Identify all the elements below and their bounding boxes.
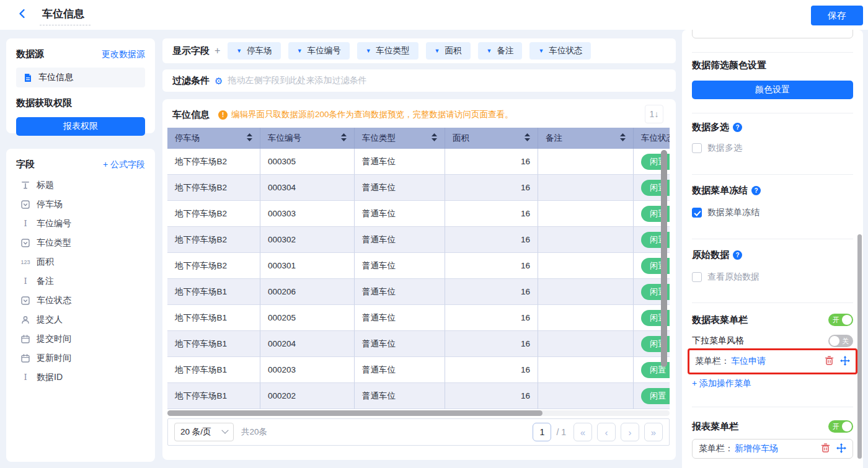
divider (692, 407, 853, 407)
cell-parking: 地下停车场B2 (167, 201, 260, 227)
table-row[interactable]: 地下停车场B1 000206 普通车位 16 闲置 (167, 279, 670, 305)
table-vertical-scrollbar[interactable] (661, 150, 667, 367)
delete-icon[interactable] (825, 356, 834, 367)
cell-code: 000303 (260, 201, 355, 227)
filter-dropzone-placeholder: 拖动左侧字段到此处来添加过滤条件 (228, 75, 366, 86)
field-item-submitter[interactable]: 提交人 (16, 310, 145, 329)
sort-arrows-icon[interactable] (341, 133, 347, 144)
table-row[interactable]: 地下停车场B1 000204 普通车位 16 闲置 (167, 331, 670, 357)
chevron-down-icon: ▼ (297, 48, 303, 54)
checkbox-checked[interactable] (692, 208, 702, 218)
field-item-area[interactable]: 123 面积 (16, 252, 145, 272)
change-datasource-link[interactable]: 更改数据源 (102, 49, 145, 60)
gear-icon[interactable]: ⚙ (215, 76, 223, 86)
field-item-slot-code[interactable]: I 车位编号 (16, 214, 145, 233)
help-icon[interactable]: ? (733, 250, 742, 260)
cell-remark (538, 331, 634, 357)
help-icon[interactable]: ? (751, 186, 761, 195)
dropdown-style-toggle-off[interactable]: 关 (828, 335, 853, 347)
column-header-status[interactable]: 车位状态 (634, 128, 670, 149)
menu-item-name[interactable]: 车位申请 (731, 356, 766, 367)
table-row[interactable]: 地下停车场B1 000205 普通车位 16 闲置 (167, 305, 670, 331)
delete-icon[interactable] (821, 443, 830, 454)
cell-type: 普通车位 (355, 357, 445, 383)
first-page-button[interactable]: « (574, 423, 592, 441)
multiselect-checkbox-row[interactable]: 数据多选 (692, 143, 853, 154)
field-item-remark[interactable]: I 备注 (16, 272, 145, 291)
column-header-code[interactable]: 车位编号 (260, 128, 355, 149)
cell-code: 000203 (260, 357, 355, 383)
divider (692, 302, 853, 303)
field-chip-slot-type[interactable]: ▼车位类型 (357, 42, 418, 60)
checkbox-unchecked[interactable] (692, 143, 702, 153)
table-row[interactable]: 地下停车场B1 000202 普通车位 16 闲置 (167, 383, 670, 409)
cell-code: 000202 (260, 383, 355, 409)
column-header-area[interactable]: 面积 (445, 128, 538, 149)
field-chip-slot-code[interactable]: ▼车位编号 (288, 42, 350, 60)
cell-code: 000204 (260, 331, 355, 357)
column-header-remark[interactable]: 备注 (538, 128, 634, 149)
sort-arrows-icon[interactable] (247, 133, 252, 144)
report-menu-toggle-on[interactable]: 开 (828, 420, 853, 433)
table-row[interactable]: 地下停车场B1 000203 普通车位 16 闲置 (167, 357, 670, 383)
settings-panel-scrollbar[interactable] (857, 234, 862, 459)
cell-area: 16 (445, 331, 538, 357)
field-item-slot-type[interactable]: 车位类型 (16, 233, 145, 252)
page-size-select[interactable]: 20 条/页 (174, 423, 234, 441)
field-item-submit-time[interactable]: 提交时间 (16, 329, 145, 348)
field-item-update-time[interactable]: 更新时间 (16, 348, 145, 368)
raw-data-checkbox-row[interactable]: 查看原始数据 (692, 272, 853, 283)
table-menu-toggle-on[interactable]: 开 (828, 314, 853, 326)
table-horizontal-scrollbar[interactable] (167, 410, 542, 416)
toggle-knob (830, 336, 839, 346)
add-action-menu-link[interactable]: + 添加操作菜单 (692, 378, 853, 389)
settings-panel: 数据筛选颜色设置 颜色设置 数据多选 ? 数据多选 数据菜单冻结 ? 数据菜单冻… (682, 30, 863, 468)
sort-arrows-icon[interactable] (432, 133, 437, 144)
save-button[interactable]: 保存 (811, 6, 863, 25)
sort-arrows-icon[interactable] (620, 133, 626, 144)
field-item-title[interactable]: 标题 (16, 175, 145, 195)
field-item-slot-status[interactable]: 车位状态 (16, 291, 145, 310)
last-page-button[interactable]: » (644, 423, 663, 441)
table-row[interactable]: 地下停车场B2 000301 普通车位 16 闲置 (167, 253, 670, 279)
datasource-item[interactable]: 车位信息 (16, 68, 145, 87)
field-chip-slot-status[interactable]: ▼车位状态 (529, 42, 591, 60)
chevron-down-icon: ▼ (236, 48, 242, 54)
sort-tool-button[interactable]: 1↓ (645, 105, 663, 123)
table-row[interactable]: 地下停车场B2 000302 普通车位 16 闲置 (167, 227, 670, 253)
field-chip-remark[interactable]: ▼备注 (478, 42, 523, 60)
field-item-data-id[interactable]: I 数据ID (16, 368, 145, 387)
current-page-input[interactable]: 1 (533, 423, 551, 441)
field-item-parking[interactable]: 停车场 (16, 195, 145, 214)
table-menu-item-row[interactable]: 菜单栏： 车位申请 (693, 353, 852, 370)
next-page-button[interactable]: › (621, 423, 639, 441)
sort-arrows-icon[interactable] (525, 133, 530, 144)
table-row[interactable]: 地下停车场B2 000305 普通车位 16 闲置 (167, 149, 670, 175)
prev-page-button[interactable]: ‹ (597, 423, 616, 441)
back-button[interactable] (15, 7, 30, 22)
report-permission-button[interactable]: 报表权限 (16, 117, 145, 136)
table-row[interactable]: 地下停车场B2 000304 普通车位 16 闲置 (167, 175, 670, 201)
double-left-arrow-icon: « (580, 427, 585, 438)
cell-type: 普通车位 (355, 149, 445, 175)
column-header-parking[interactable]: 停车场 (167, 128, 260, 149)
data-table: 停车场 车位编号 车位类型 面积 备注 车位状态 地下停车场B2 000305 … (167, 128, 670, 409)
field-chip-parking[interactable]: ▼停车场 (228, 42, 280, 60)
field-chip-area[interactable]: ▼面积 (426, 42, 471, 60)
color-setting-button[interactable]: 颜色设置 (692, 81, 853, 99)
title-icon (20, 181, 31, 189)
move-icon[interactable] (840, 356, 850, 368)
column-header-type[interactable]: 车位类型 (355, 128, 445, 149)
help-icon[interactable]: ? (733, 123, 742, 132)
move-icon[interactable] (836, 443, 846, 455)
report-menu-item-row[interactable]: 菜单栏： 新增停车场 (692, 439, 853, 459)
partial-menu-item-row[interactable] (692, 30, 853, 38)
add-formula-field-link[interactable]: + 公式字段 (103, 159, 145, 170)
cell-remark (538, 305, 634, 331)
cell-code: 000206 (260, 279, 355, 305)
freeze-checkbox-row[interactable]: 数据菜单冻结 (692, 207, 853, 218)
add-display-field-button[interactable]: + (215, 45, 220, 56)
table-row[interactable]: 地下停车场B2 000303 普通车位 16 闲置 (167, 201, 670, 227)
checkbox-unchecked[interactable] (692, 272, 702, 282)
menu-item-name[interactable]: 新增停车场 (735, 443, 778, 454)
